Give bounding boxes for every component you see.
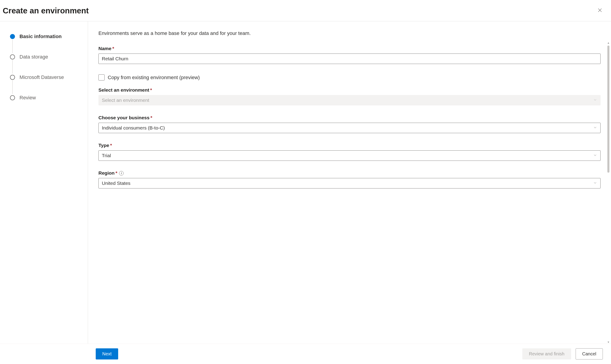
- close-icon: [598, 10, 602, 13]
- step-label: Review: [20, 95, 36, 101]
- required-asterisk: *: [112, 46, 114, 51]
- step-review[interactable]: Review: [10, 95, 88, 115]
- dialog-body: Basic information Data storage Microsoft…: [0, 21, 611, 344]
- scroll-down-icon[interactable]: ▾: [608, 340, 609, 344]
- copy-checkbox[interactable]: [98, 74, 104, 80]
- step-label: Data storage: [20, 54, 48, 60]
- step-label: Basic information: [20, 34, 62, 39]
- next-button[interactable]: Next: [96, 348, 118, 360]
- business-dropdown[interactable]: Individual consumers (B-to-C): [98, 123, 600, 133]
- field-name: Name*: [98, 46, 600, 64]
- copy-from-existing-row[interactable]: Copy from existing environment (preview): [98, 74, 600, 80]
- step-microsoft-dataverse[interactable]: Microsoft Dataverse: [10, 74, 88, 95]
- field-select-environment: Select an environment* Select an environ…: [98, 87, 600, 105]
- dialog-header: Create an environment: [0, 0, 611, 21]
- required-asterisk: *: [150, 115, 152, 120]
- close-button[interactable]: [596, 6, 604, 15]
- select-env-label: Select an environment*: [98, 87, 600, 93]
- type-dropdown[interactable]: Trial: [98, 150, 600, 161]
- section-heading: Basic information: [98, 21, 600, 25]
- form-panel: Basic information Environments serve as …: [88, 21, 611, 344]
- step-indicator-icon: [10, 34, 15, 39]
- region-label: Region*i: [98, 170, 600, 176]
- dialog-footer: Next Review and finish Cancel: [0, 344, 611, 364]
- field-type: Type* Trial: [98, 143, 600, 161]
- review-finish-button: Review and finish: [522, 348, 571, 360]
- step-indicator-icon: [10, 95, 15, 100]
- type-label: Type*: [98, 143, 600, 148]
- required-asterisk: *: [110, 143, 112, 148]
- business-label: Choose your business*: [98, 115, 600, 120]
- step-indicator-icon: [10, 54, 15, 59]
- scrollbar[interactable]: ▴ ▾: [606, 41, 611, 344]
- scroll-thumb[interactable]: [607, 46, 610, 173]
- step-indicator-icon: [10, 75, 15, 80]
- step-label: Microsoft Dataverse: [20, 74, 64, 80]
- step-basic-information[interactable]: Basic information: [10, 34, 88, 54]
- cancel-button[interactable]: Cancel: [576, 348, 603, 360]
- name-input[interactable]: [98, 53, 600, 64]
- field-business: Choose your business* Individual consume…: [98, 115, 600, 133]
- info-icon[interactable]: i: [119, 171, 124, 176]
- required-asterisk: *: [150, 87, 152, 92]
- section-subtext: Environments serve as a home base for yo…: [98, 30, 600, 36]
- wizard-steps: Basic information Data storage Microsoft…: [0, 21, 88, 344]
- name-label: Name*: [98, 46, 600, 51]
- copy-checkbox-label: Copy from existing environment (preview): [108, 75, 200, 80]
- select-env-dropdown: Select an environment: [98, 95, 600, 105]
- step-data-storage[interactable]: Data storage: [10, 54, 88, 74]
- required-asterisk: *: [116, 170, 117, 176]
- region-dropdown[interactable]: United States: [98, 178, 600, 188]
- dialog-title: Create an environment: [3, 6, 89, 15]
- field-region: Region*i United States: [98, 170, 600, 188]
- scroll-up-icon[interactable]: ▴: [608, 41, 609, 44]
